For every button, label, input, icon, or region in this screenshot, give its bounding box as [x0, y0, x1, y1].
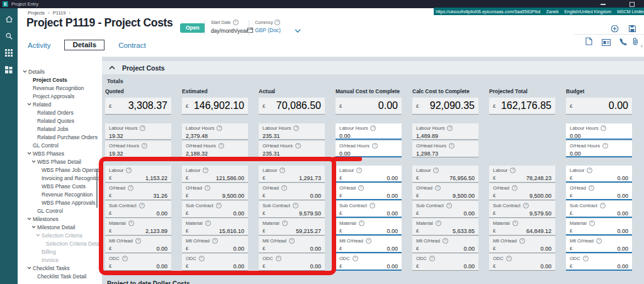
info-icon[interactable]: ?	[447, 125, 453, 131]
info-icon[interactable]: ?	[602, 143, 608, 149]
tree-item-gl-control[interactable]: GL Control	[18, 207, 102, 215]
dashboard-tiles-icon[interactable]	[4, 65, 13, 74]
info-icon[interactable]: ?	[293, 203, 298, 208]
tree-item-details[interactable]: Details	[18, 67, 102, 76]
chevron-up-icon[interactable]	[109, 65, 115, 70]
chevron-down-icon[interactable]	[27, 152, 33, 155]
tree-item-wbs-phase-approvals[interactable]: WBS Phase Approvals	[18, 198, 102, 207]
field-budget-labour-hours[interactable]: Labour Hours?0.00	[566, 123, 632, 140]
field-budget-odc[interactable]: ODC?£0.00	[566, 254, 632, 271]
chevron-down-icon[interactable]	[31, 225, 37, 229]
tree-item-wbs-phase-detail[interactable]: WBS Phase Detail	[18, 157, 102, 166]
info-icon[interactable]: ?	[446, 203, 452, 208]
tree-item-gl-control[interactable]: GL Control	[18, 141, 102, 149]
info-icon[interactable]: ?	[233, 20, 239, 25]
chevron-down-icon[interactable]	[27, 217, 33, 220]
info-icon[interactable]: ?	[443, 238, 448, 244]
chevron-down-icon[interactable]	[27, 103, 33, 106]
info-icon[interactable]: ?	[372, 143, 378, 149]
info-icon[interactable]: ?	[358, 185, 364, 191]
info-icon[interactable]: ?	[218, 143, 224, 149]
tree-item-project-approvals[interactable]: Project Approvals	[18, 92, 102, 100]
field-budget-ohead[interactable]: O/Head?£0.00	[566, 183, 632, 200]
field-budget-material[interactable]: Material?£0.00	[566, 219, 632, 236]
info-icon[interactable]: ?	[506, 256, 512, 261]
breadcrumb-project-id[interactable]: P1119	[53, 10, 66, 16]
info-icon[interactable]: ?	[274, 20, 280, 25]
tree-item-milestones[interactable]: Milestones	[18, 215, 102, 223]
start-date-input[interactable]: day/month/year	[211, 28, 248, 34]
tab-activity[interactable]: Activity	[28, 42, 50, 49]
tree-scrollbar[interactable]	[96, 169, 98, 208]
info-icon[interactable]: ?	[205, 185, 210, 191]
tree-item-checklist-tasks[interactable]: Checklist Tasks	[18, 264, 102, 272]
tab-details[interactable]: Details	[64, 40, 105, 50]
info-icon[interactable]: ?	[512, 185, 517, 191]
tree-item-invoice[interactable]: Invoice	[18, 256, 102, 264]
info-icon[interactable]: ?	[583, 256, 589, 261]
tree-item-selection-criteria-detail[interactable]: Selection Criteria Detail	[18, 239, 102, 247]
info-icon[interactable]: ?	[280, 168, 285, 173]
info-icon[interactable]: ?	[199, 256, 205, 261]
tree-item-project-costs[interactable]: Project Costs	[18, 76, 102, 84]
apps-grid-icon[interactable]	[4, 48, 13, 57]
field-manual-cost-to-complete-material[interactable]: Material?£0.00	[336, 219, 402, 236]
chevron-down-icon[interactable]	[27, 266, 33, 270]
info-icon[interactable]: ?	[449, 143, 455, 149]
tree-item-wbs-phase-costs[interactable]: WBS Phase Costs	[18, 182, 102, 190]
info-icon[interactable]: ?	[293, 125, 299, 131]
info-icon[interactable]: ?	[142, 143, 147, 149]
info-icon[interactable]: ?	[139, 203, 145, 208]
home-icon[interactable]	[4, 14, 13, 23]
field-budget-labour[interactable]: Labour?£0.00	[566, 166, 632, 183]
search-icon[interactable]	[4, 31, 13, 40]
info-icon[interactable]: ?	[601, 125, 606, 131]
tree-item-related-quotes[interactable]: Related Quotes	[18, 116, 102, 125]
tree-item-revenue-recognition[interactable]: Revenue Recognition	[18, 190, 102, 198]
info-icon[interactable]: ?	[126, 168, 132, 173]
info-icon[interactable]: ?	[281, 185, 287, 191]
tree-item-billing[interactable]: Billing	[18, 247, 102, 256]
info-icon[interactable]: ?	[523, 203, 529, 208]
info-icon[interactable]: ?	[135, 238, 141, 244]
info-icon[interactable]: ?	[212, 238, 218, 244]
tab-contract[interactable]: Contract	[118, 42, 145, 49]
tree-item-wbs-phase-job-operations[interactable]: WBS Phase Job Operations	[18, 166, 102, 174]
tree-item-selection-criteria[interactable]: Selection Criteria	[18, 231, 102, 239]
contact-card-icon[interactable]	[602, 37, 611, 48]
field-budget-ohead-hours[interactable]: O/Head Hours?0.00	[566, 141, 632, 157]
tree-item-invoicing-and-recognition[interactable]: Invoicing and Recognition	[18, 174, 102, 182]
info-icon[interactable]: ?	[295, 143, 301, 149]
info-icon[interactable]: ?	[510, 168, 516, 173]
tree-item-related[interactable]: Related	[18, 100, 102, 108]
info-icon[interactable]: ?	[519, 238, 525, 244]
field-manual-cost-to-complete-ohead[interactable]: O/Head?£0.00	[336, 183, 402, 200]
panel-collapse-icon[interactable]: ‹	[641, 43, 643, 49]
field-manual-cost-to-complete-labour-hours[interactable]: Labour Hours?0.00	[336, 123, 402, 140]
currency-value[interactable]: GBP (Doc)	[255, 27, 281, 33]
info-icon[interactable]: ?	[217, 125, 222, 131]
info-icon[interactable]: ?	[289, 238, 295, 244]
field-manual-cost-to-complete-labour[interactable]: Labour?£0.00	[336, 166, 402, 183]
maximize-button[interactable]	[630, 2, 635, 7]
chevron-down-icon[interactable]	[36, 234, 42, 237]
info-icon[interactable]: ?	[216, 203, 222, 208]
chevron-down-icon[interactable]	[295, 25, 301, 36]
tree-item-related-jobs[interactable]: Related Jobs	[18, 125, 102, 133]
info-icon[interactable]: ?	[436, 220, 441, 226]
tree-item-wbs-phases[interactable]: WBS Phases	[18, 149, 102, 157]
info-icon[interactable]: ?	[370, 125, 376, 131]
info-icon[interactable]: ?	[140, 125, 145, 131]
info-icon[interactable]: ?	[122, 256, 128, 261]
info-icon[interactable]: ?	[203, 168, 208, 173]
info-icon[interactable]: ?	[435, 185, 441, 191]
chevron-down-icon[interactable]	[23, 70, 28, 73]
info-icon[interactable]: ?	[366, 238, 371, 244]
info-icon[interactable]: ?	[282, 220, 288, 226]
field-manual-cost-to-complete-ohead-hours[interactable]: O/Head Hours?0.00	[336, 141, 402, 157]
tree-item-checklist-task-detail[interactable]: Checklist Task Detail	[18, 272, 102, 280]
info-icon[interactable]: ?	[596, 238, 602, 244]
phone-icon[interactable]	[619, 37, 627, 48]
info-icon[interactable]: ?	[356, 168, 362, 173]
tree-item-related-purchase-orders[interactable]: Related Purchase Orders	[18, 133, 102, 141]
